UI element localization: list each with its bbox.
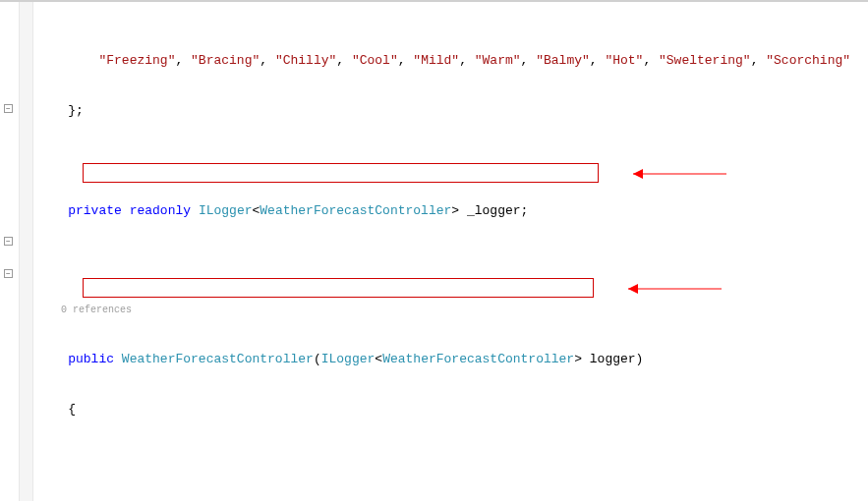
svg-marker-1 bbox=[633, 169, 643, 179]
codelens-references[interactable]: 0 references bbox=[37, 303, 868, 317]
fold-toggle-icon[interactable]: − bbox=[4, 237, 13, 246]
fold-toggle-icon[interactable]: − bbox=[4, 269, 13, 278]
annotation-arrow-icon bbox=[618, 280, 726, 298]
code-line[interactable]: public WeatherForecastController(ILogger… bbox=[37, 351, 868, 367]
code-line[interactable]: { bbox=[37, 401, 868, 418]
code-area[interactable]: "Freezing", "Bracing", "Chilly", "Cool",… bbox=[33, 2, 868, 501]
fold-gutter: − − − bbox=[0, 2, 20, 501]
breakpoint-margin[interactable] bbox=[20, 2, 33, 501]
annotation-box bbox=[83, 278, 594, 298]
blank-line[interactable] bbox=[37, 152, 868, 169]
blank-line[interactable] bbox=[37, 252, 868, 269]
code-line[interactable]: private readonly ILogger<WeatherForecast… bbox=[37, 202, 868, 219]
svg-marker-3 bbox=[628, 284, 638, 294]
blank-line[interactable] bbox=[37, 451, 868, 468]
code-line[interactable]: "Freezing", "Bracing", "Chilly", "Cool",… bbox=[37, 52, 868, 69]
code-editor[interactable]: − − − "Freezing", "Bracing", "Chilly", "… bbox=[0, 2, 868, 501]
code-line[interactable]: }; bbox=[37, 102, 868, 119]
fold-toggle-icon[interactable]: − bbox=[4, 104, 13, 113]
